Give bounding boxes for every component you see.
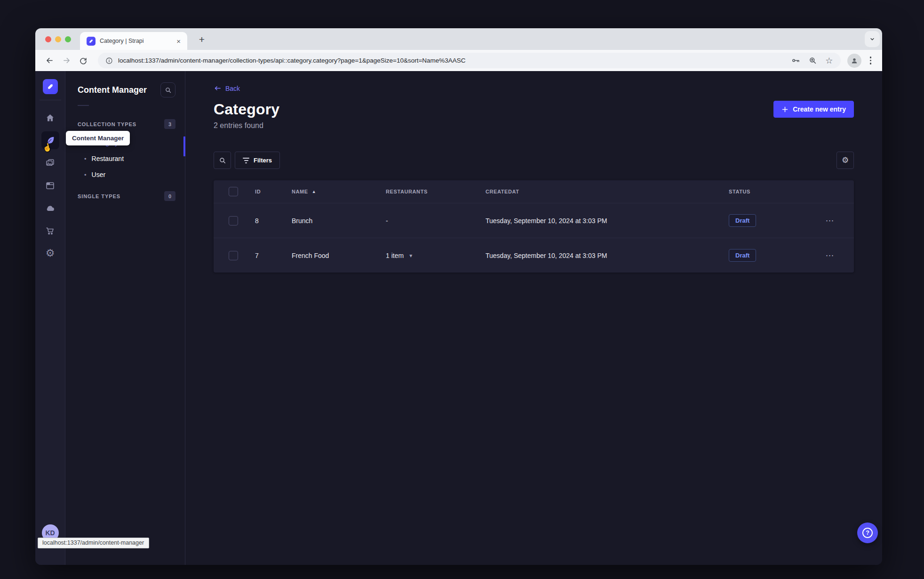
new-tab-button[interactable]: + [195,33,208,46]
cell-createdat: Tuesday, September 10, 2024 at 3:03 PM [486,252,607,259]
subnav-title: Content Manager [78,85,147,95]
address-bar[interactable]: localhost:1337/admin/content-manager/col… [98,53,841,68]
search-icon [219,157,226,164]
strapi-logo[interactable] [43,79,58,94]
filter-icon [243,158,249,163]
status-badge: Draft [729,249,756,262]
info-icon[interactable] [105,57,113,64]
password-key-icon[interactable] [791,56,800,65]
cell-createdat: Tuesday, September 10, 2024 at 3:03 PM [486,217,607,225]
table-row[interactable]: 7 French Food 1 item ▾ Tuesday, Septembe… [214,238,854,273]
browser-toolbar: localhost:1337/admin/content-manager/col… [35,50,882,71]
bullet-icon: • [84,156,87,162]
header-name[interactable]: NAME ▲ [284,189,378,194]
tab-strip: Category | Strapi × + [35,28,882,50]
arrow-left-icon [45,56,54,65]
cart-icon [45,226,55,236]
row-checkbox[interactable] [229,251,238,260]
status-badge: Draft [729,214,756,227]
nav-content-type-builder[interactable] [41,177,59,194]
collection-types-section: COLLECTION TYPES 3 • Category • Restaura… [65,119,185,183]
nav-marketplace[interactable] [41,222,59,240]
single-types-label: SINGLE TYPES [78,193,120,199]
browser-profile-icon[interactable] [847,54,861,68]
media-library-icon [45,158,55,168]
nav-divider [40,100,61,100]
create-new-entry-button[interactable]: Create new entry [773,101,854,118]
single-types-count-badge: 0 [164,191,175,201]
back-link[interactable]: Back [214,84,240,92]
browser-menu-icon[interactable] [866,55,876,66]
sidebar-item-label: User [92,171,106,178]
table-search-button[interactable] [214,152,231,169]
traffic-lights [45,36,71,42]
reload-icon [79,56,88,65]
single-types-section: SINGLE TYPES 0 [65,191,185,201]
filters-button[interactable]: Filters [235,152,280,169]
home-icon [45,113,55,123]
arrow-left-icon [214,84,222,92]
main-nav: ☝ ⚙ KD [35,71,65,565]
search-icon [165,87,172,94]
header-id[interactable]: ID [247,189,284,194]
cloud-icon [45,203,56,213]
gear-icon: ⚙ [842,155,849,165]
subnav-scrollbar[interactable] [183,137,185,156]
entries-table: ID NAME ▲ RESTAURANTS CREATEDAT STATUS 8… [214,180,854,273]
plus-icon [781,106,789,113]
caret-down-icon: ▾ [409,252,412,259]
content-manager-tooltip: Content Manager [66,131,130,145]
subnav-divider [78,105,89,106]
header-createdat[interactable]: CREATEDAT [478,189,721,194]
cell-name: French Food [292,252,329,259]
main-content: Back Category Create new entry 2 entries… [185,71,882,565]
nav-cloud[interactable] [41,199,59,217]
cell-restaurants: - [386,217,388,225]
table-header-row: ID NAME ▲ RESTAURANTS CREATEDAT STATUS [214,180,854,203]
collection-types-label: COLLECTION TYPES [78,121,136,127]
content-manager-subnav: Content Manager COLLECTION TYPES 3 • Cat… [65,71,185,565]
chevron-down-icon [869,36,876,42]
layout-icon [45,181,55,191]
window-close-button[interactable] [45,36,51,42]
cell-id: 8 [255,217,259,225]
subnav-search-button[interactable] [160,82,175,97]
header-status[interactable]: STATUS [721,189,806,194]
help-button[interactable]: ? [857,523,878,543]
nav-home[interactable] [41,109,59,127]
window-minimize-button[interactable] [55,36,61,42]
window-zoom-button[interactable] [65,36,71,42]
entries-count: 2 entries found [214,121,854,130]
row-checkbox[interactable] [229,216,238,225]
tab-search-button[interactable] [865,31,880,47]
row-actions-icon[interactable]: ⋯ [826,250,835,261]
question-mark-icon: ? [862,528,873,538]
tab-title: Category | Strapi [100,38,170,44]
select-all-checkbox[interactable] [229,187,238,196]
nav-settings[interactable]: ⚙ [41,244,59,262]
row-actions-icon[interactable]: ⋯ [826,216,835,226]
person-icon [850,56,859,65]
sidebar-item-restaurant[interactable]: • Restaurant [65,151,185,167]
bullet-icon: • [84,172,87,178]
arrow-right-icon [62,56,71,65]
nav-content-manager[interactable]: ☝ [41,131,59,149]
nav-media-library[interactable] [41,154,59,172]
back-button[interactable] [42,54,56,68]
view-settings-button[interactable]: ⚙ [836,152,854,169]
browser-tab[interactable]: Category | Strapi × [80,32,187,50]
table-row[interactable]: 8 Brunch - Tuesday, September 10, 2024 a… [214,203,854,238]
header-restaurants[interactable]: RESTAURANTS [378,189,478,194]
browser-window: Category | Strapi × + localhost:1337/adm… [35,28,882,565]
bookmark-star-icon[interactable]: ☆ [825,56,833,65]
strapi-app: ☝ ⚙ KD Content Manager [35,71,882,565]
tab-close-icon[interactable]: × [175,37,183,46]
link-status-tooltip: localhost:1337/admin/content-manager [38,538,149,548]
relation-cell[interactable]: 1 item ▾ [378,252,478,259]
reload-button[interactable] [76,54,90,68]
url-text[interactable]: localhost:1337/admin/content-manager/col… [118,57,786,64]
zoom-icon[interactable] [808,56,817,65]
forward-button[interactable] [59,54,73,68]
cursor-hand-icon: ☝ [41,142,52,153]
sidebar-item-user[interactable]: • User [65,167,185,183]
